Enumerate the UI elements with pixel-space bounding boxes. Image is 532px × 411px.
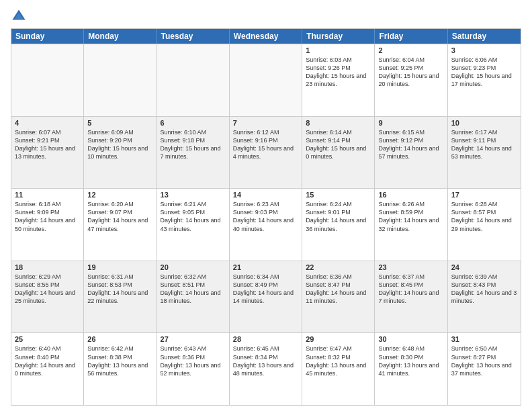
cell-info: Sunrise: 6:07 AMSunset: 9:21 PMDaylight:… bbox=[15, 128, 80, 161]
calendar-header-thursday: Thursday bbox=[302, 29, 375, 44]
cell-info: Sunrise: 6:29 AMSunset: 8:55 PMDaylight:… bbox=[15, 273, 80, 306]
calendar-header-tuesday: Tuesday bbox=[157, 29, 230, 44]
calendar-week-5: 25Sunrise: 6:40 AMSunset: 8:40 PMDayligh… bbox=[11, 332, 521, 405]
cell-info: Sunrise: 6:14 AMSunset: 9:14 PMDaylight:… bbox=[306, 128, 371, 161]
cell-info: Sunrise: 6:10 AMSunset: 9:18 PMDaylight:… bbox=[161, 128, 226, 161]
day-number: 23 bbox=[378, 263, 443, 271]
calendar-cell-11: 11Sunrise: 6:18 AMSunset: 9:09 PMDayligh… bbox=[11, 189, 84, 261]
day-number: 7 bbox=[233, 119, 298, 127]
day-number: 18 bbox=[15, 263, 80, 271]
calendar-cell-14: 14Sunrise: 6:23 AMSunset: 9:03 PMDayligh… bbox=[230, 189, 302, 261]
calendar-body: 1Sunrise: 6:03 AMSunset: 9:26 PMDaylight… bbox=[11, 44, 521, 405]
cell-info: Sunrise: 6:36 AMSunset: 8:47 PMDaylight:… bbox=[306, 273, 371, 306]
calendar-cell-7: 7Sunrise: 6:12 AMSunset: 9:16 PMDaylight… bbox=[230, 117, 302, 189]
calendar-cell-1: 1Sunrise: 6:03 AMSunset: 9:26 PMDaylight… bbox=[302, 44, 375, 116]
calendar-cell-8: 8Sunrise: 6:14 AMSunset: 9:14 PMDaylight… bbox=[302, 117, 375, 189]
calendar-week-3: 11Sunrise: 6:18 AMSunset: 9:09 PMDayligh… bbox=[11, 188, 521, 261]
cell-info: Sunrise: 6:45 AMSunset: 8:34 PMDaylight:… bbox=[233, 345, 298, 377]
day-number: 4 bbox=[15, 119, 80, 127]
day-number: 21 bbox=[233, 263, 298, 271]
cell-info: Sunrise: 6:09 AMSunset: 9:20 PMDaylight:… bbox=[87, 128, 152, 161]
cell-info: Sunrise: 6:15 AMSunset: 9:12 PMDaylight:… bbox=[378, 128, 443, 161]
cell-info: Sunrise: 6:18 AMSunset: 9:09 PMDaylight:… bbox=[15, 200, 80, 233]
calendar-cell-30: 30Sunrise: 6:48 AMSunset: 8:30 PMDayligh… bbox=[375, 333, 447, 405]
cell-info: Sunrise: 6:48 AMSunset: 8:30 PMDaylight:… bbox=[378, 345, 443, 377]
day-number: 5 bbox=[87, 119, 152, 127]
cell-info: Sunrise: 6:50 AMSunset: 8:27 PMDaylight:… bbox=[451, 345, 517, 377]
day-number: 24 bbox=[451, 263, 517, 271]
cell-info: Sunrise: 6:17 AMSunset: 9:11 PMDaylight:… bbox=[451, 128, 517, 161]
calendar-header-wednesday: Wednesday bbox=[230, 29, 302, 44]
calendar-header-saturday: Saturday bbox=[448, 29, 521, 44]
day-number: 13 bbox=[161, 191, 226, 199]
cell-info: Sunrise: 6:06 AMSunset: 9:23 PMDaylight:… bbox=[451, 56, 517, 89]
cell-info: Sunrise: 6:42 AMSunset: 8:38 PMDaylight:… bbox=[87, 345, 152, 377]
day-number: 22 bbox=[306, 263, 371, 271]
calendar-header-friday: Friday bbox=[375, 29, 447, 44]
calendar-cell-18: 18Sunrise: 6:29 AMSunset: 8:55 PMDayligh… bbox=[11, 261, 84, 333]
day-number: 19 bbox=[87, 263, 152, 271]
calendar-cell-23: 23Sunrise: 6:37 AMSunset: 8:45 PMDayligh… bbox=[375, 261, 447, 333]
day-number: 26 bbox=[87, 335, 152, 343]
day-number: 14 bbox=[233, 191, 298, 199]
calendar-cell-31: 31Sunrise: 6:50 AMSunset: 8:27 PMDayligh… bbox=[448, 333, 521, 405]
cell-info: Sunrise: 6:28 AMSunset: 8:57 PMDaylight:… bbox=[451, 200, 517, 233]
calendar-cell-24: 24Sunrise: 6:39 AMSunset: 8:43 PMDayligh… bbox=[448, 261, 521, 333]
cell-info: Sunrise: 6:23 AMSunset: 9:03 PMDaylight:… bbox=[233, 200, 298, 233]
cell-info: Sunrise: 6:04 AMSunset: 9:25 PMDaylight:… bbox=[378, 56, 443, 89]
calendar-cell-13: 13Sunrise: 6:21 AMSunset: 9:05 PMDayligh… bbox=[157, 189, 230, 261]
calendar-cell-6: 6Sunrise: 6:10 AMSunset: 9:18 PMDaylight… bbox=[157, 117, 230, 189]
calendar-cell-29: 29Sunrise: 6:47 AMSunset: 8:32 PMDayligh… bbox=[302, 333, 375, 405]
cell-info: Sunrise: 6:47 AMSunset: 8:32 PMDaylight:… bbox=[306, 345, 371, 377]
logo bbox=[11, 8, 30, 24]
calendar-cell-26: 26Sunrise: 6:42 AMSunset: 8:38 PMDayligh… bbox=[84, 333, 157, 405]
day-number: 31 bbox=[451, 335, 517, 343]
calendar-header-row: SundayMondayTuesdayWednesdayThursdayFrid… bbox=[11, 29, 521, 44]
cell-info: Sunrise: 6:12 AMSunset: 9:16 PMDaylight:… bbox=[233, 128, 298, 161]
calendar-cell-9: 9Sunrise: 6:15 AMSunset: 9:12 PMDaylight… bbox=[375, 117, 447, 189]
day-number: 12 bbox=[87, 191, 152, 199]
calendar: SundayMondayTuesdayWednesdayThursdayFrid… bbox=[11, 28, 521, 406]
calendar-cell-empty-0-0 bbox=[11, 44, 84, 116]
calendar-week-2: 4Sunrise: 6:07 AMSunset: 9:21 PMDaylight… bbox=[11, 116, 521, 189]
header bbox=[11, 8, 521, 24]
day-number: 3 bbox=[451, 46, 517, 54]
calendar-cell-17: 17Sunrise: 6:28 AMSunset: 8:57 PMDayligh… bbox=[448, 189, 521, 261]
calendar-cell-4: 4Sunrise: 6:07 AMSunset: 9:21 PMDaylight… bbox=[11, 117, 84, 189]
calendar-cell-19: 19Sunrise: 6:31 AMSunset: 8:53 PMDayligh… bbox=[84, 261, 157, 333]
calendar-cell-10: 10Sunrise: 6:17 AMSunset: 9:11 PMDayligh… bbox=[448, 117, 521, 189]
day-number: 25 bbox=[15, 335, 80, 343]
cell-info: Sunrise: 6:40 AMSunset: 8:40 PMDaylight:… bbox=[15, 345, 80, 377]
cell-info: Sunrise: 6:03 AMSunset: 9:26 PMDaylight:… bbox=[306, 56, 371, 89]
calendar-cell-empty-0-3 bbox=[230, 44, 302, 116]
day-number: 30 bbox=[378, 335, 443, 343]
calendar-cell-2: 2Sunrise: 6:04 AMSunset: 9:25 PMDaylight… bbox=[375, 44, 447, 116]
day-number: 11 bbox=[15, 191, 80, 199]
calendar-cell-20: 20Sunrise: 6:32 AMSunset: 8:51 PMDayligh… bbox=[157, 261, 230, 333]
calendar-cell-empty-0-1 bbox=[84, 44, 157, 116]
logo-icon bbox=[11, 8, 27, 24]
calendar-cell-28: 28Sunrise: 6:45 AMSunset: 8:34 PMDayligh… bbox=[230, 333, 302, 405]
cell-info: Sunrise: 6:26 AMSunset: 8:59 PMDaylight:… bbox=[378, 200, 443, 233]
cell-info: Sunrise: 6:39 AMSunset: 8:43 PMDaylight:… bbox=[451, 273, 517, 306]
day-number: 28 bbox=[233, 335, 298, 343]
page: SundayMondayTuesdayWednesdayThursdayFrid… bbox=[0, 0, 532, 411]
cell-info: Sunrise: 6:43 AMSunset: 8:36 PMDaylight:… bbox=[161, 345, 226, 377]
calendar-cell-27: 27Sunrise: 6:43 AMSunset: 8:36 PMDayligh… bbox=[157, 333, 230, 405]
day-number: 9 bbox=[378, 119, 443, 127]
day-number: 8 bbox=[306, 119, 371, 127]
cell-info: Sunrise: 6:24 AMSunset: 9:01 PMDaylight:… bbox=[306, 200, 371, 233]
day-number: 17 bbox=[451, 191, 517, 199]
day-number: 27 bbox=[161, 335, 226, 343]
day-number: 6 bbox=[161, 119, 226, 127]
cell-info: Sunrise: 6:31 AMSunset: 8:53 PMDaylight:… bbox=[87, 273, 152, 306]
cell-info: Sunrise: 6:32 AMSunset: 8:51 PMDaylight:… bbox=[161, 273, 226, 306]
calendar-cell-3: 3Sunrise: 6:06 AMSunset: 9:23 PMDaylight… bbox=[448, 44, 521, 116]
day-number: 15 bbox=[306, 191, 371, 199]
cell-info: Sunrise: 6:20 AMSunset: 9:07 PMDaylight:… bbox=[87, 200, 152, 233]
calendar-cell-16: 16Sunrise: 6:26 AMSunset: 8:59 PMDayligh… bbox=[375, 189, 447, 261]
calendar-cell-22: 22Sunrise: 6:36 AMSunset: 8:47 PMDayligh… bbox=[302, 261, 375, 333]
cell-info: Sunrise: 6:21 AMSunset: 9:05 PMDaylight:… bbox=[161, 200, 226, 233]
day-number: 1 bbox=[306, 46, 371, 54]
calendar-cell-empty-0-2 bbox=[157, 44, 230, 116]
